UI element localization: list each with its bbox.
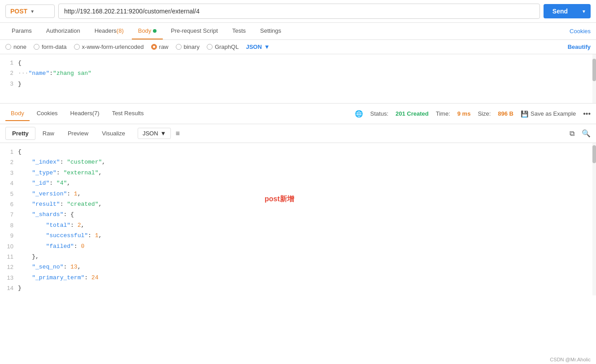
option-urlencoded[interactable]: x-www-form-urlencoded — [74, 43, 144, 50]
save-icon: 💾 — [521, 110, 528, 117]
format-dropdown[interactable]: JSON ▼ — [246, 43, 270, 50]
body-options: none form-data x-www-form-urlencoded raw… — [0, 40, 596, 54]
request-tabs: Params Authorization Headers(8) Body Pre… — [0, 23, 596, 40]
res-line-10: "failed": 0 — [18, 241, 587, 251]
method-label: POST — [10, 8, 27, 15]
option-none-label: none — [13, 43, 26, 50]
option-formdata-label: form-data — [42, 43, 67, 50]
status-label: Status: — [370, 110, 388, 117]
tab-tests[interactable]: Tests — [226, 23, 252, 39]
request-line-numbers: 1 2 3 — [0, 58, 18, 89]
res-line-9: "successful": 1, — [18, 230, 587, 241]
top-bar: POST ▼ Send ▼ — [0, 0, 596, 23]
response-line-numbers: 1 2 3 4 5 6 7 8 9 10 11 12 13 14 — [0, 147, 18, 293]
res-line-12: "_seq_no": 13, — [18, 262, 587, 272]
fmt-tab-visualize[interactable]: Visualize — [96, 127, 131, 139]
res-line-3: "_type": "external", — [18, 168, 587, 178]
req-line-2: ···"name":"zhang san" — [18, 68, 587, 78]
option-raw[interactable]: raw — [151, 43, 169, 50]
url-input[interactable] — [58, 4, 540, 19]
send-dropdown-icon[interactable]: ▼ — [577, 9, 591, 14]
req-line-3: } — [18, 79, 587, 89]
req-scrollbar-track — [592, 54, 596, 103]
tab-pre-request[interactable]: Pre-request Script — [165, 23, 224, 39]
option-form-data[interactable]: form-data — [34, 43, 67, 50]
request-code-content: { ···"name":"zhang san" } — [18, 58, 596, 89]
body-active-dot — [153, 29, 157, 33]
option-raw-label: raw — [159, 43, 169, 50]
res-line-6: "result": "created", — [18, 199, 587, 209]
radio-binary-icon — [176, 44, 182, 50]
filter-icon[interactable]: ≡ — [175, 130, 179, 138]
send-label: Send — [544, 8, 577, 15]
response-code-lines: 1 2 3 4 5 6 7 8 9 10 11 12 13 14 { "_ind… — [0, 143, 596, 295]
option-graphql-label: GraphQL — [215, 43, 239, 50]
tab-authorization[interactable]: Authorization — [40, 23, 87, 39]
save-example-label: Save as Example — [531, 110, 576, 117]
beautify-button[interactable]: Beautify — [568, 43, 591, 50]
fmt-tab-preview[interactable]: Preview — [61, 127, 95, 139]
response-actions: ⧉ 🔍 — [570, 129, 591, 138]
response-format-dropdown[interactable]: JSON ▼ — [138, 128, 171, 139]
tab-body-label: Body — [138, 27, 152, 34]
res-tab-test-results[interactable]: Test Results — [107, 106, 149, 121]
res-tab-headers[interactable]: Headers(7) — [65, 106, 105, 121]
res-scrollbar-thumb[interactable] — [592, 145, 596, 163]
time-label: Time: — [436, 110, 450, 117]
request-code-lines: 1 2 3 { ···"name":"zhang san" } — [0, 54, 596, 93]
tab-body[interactable]: Body — [132, 23, 163, 39]
option-graphql[interactable]: GraphQL — [207, 43, 239, 50]
res-line-8: "total": 2, — [18, 220, 587, 230]
tab-params[interactable]: Params — [5, 23, 38, 39]
time-value: 9 ms — [457, 110, 471, 117]
option-binary[interactable]: binary — [176, 43, 200, 50]
radio-raw-icon — [151, 44, 157, 50]
radio-graphql-icon — [207, 44, 213, 50]
format-chevron-icon: ▼ — [264, 43, 270, 50]
option-none[interactable]: none — [5, 43, 26, 50]
req-scrollbar-thumb[interactable] — [592, 59, 596, 81]
res-line-1: { — [18, 147, 587, 157]
response-format-bar: Pretty Raw Preview Visualize JSON ▼ ≡ ⧉ … — [0, 124, 596, 143]
size-label: Size: — [478, 110, 491, 117]
headers-badge: (8) — [117, 27, 124, 34]
search-button[interactable]: 🔍 — [582, 129, 591, 138]
size-value: 896 B — [498, 110, 513, 117]
req-line-1: { — [18, 58, 587, 68]
res-line-7: "_shards": { — [18, 209, 587, 220]
radio-urlencoded-icon — [74, 44, 80, 50]
res-line-13: "_primary_term": 24 — [18, 273, 587, 283]
fmt-tab-pretty[interactable]: Pretty — [5, 127, 35, 140]
status-value: 201 Created — [396, 110, 429, 117]
res-line-2: "_index": "customer", — [18, 157, 587, 167]
send-button[interactable]: Send ▼ — [544, 4, 591, 18]
method-chevron-icon: ▼ — [30, 9, 35, 14]
res-tab-body[interactable]: Body — [5, 106, 30, 121]
cookies-link[interactable]: Cookies — [570, 28, 591, 35]
copy-button[interactable]: ⧉ — [570, 130, 574, 138]
globe-icon: 🌐 — [355, 110, 363, 118]
request-body-editor[interactable]: 1 2 3 { ···"name":"zhang san" } — [0, 54, 596, 104]
res-line-4: "_id": "4", — [18, 178, 587, 188]
tab-headers-label: Headers — [95, 27, 117, 34]
response-header: Body Cookies Headers(7) Test Results 🌐 S… — [0, 104, 596, 124]
option-binary-label: binary — [184, 43, 200, 50]
radio-none-icon — [5, 44, 11, 50]
response-format-chevron-icon: ▼ — [161, 130, 166, 137]
tab-settings[interactable]: Settings — [254, 23, 287, 39]
method-selector[interactable]: POST ▼ — [5, 4, 55, 18]
fmt-tab-raw[interactable]: Raw — [36, 127, 61, 139]
res-tab-cookies[interactable]: Cookies — [31, 106, 63, 121]
save-as-example-button[interactable]: 💾 Save as Example — [521, 110, 576, 117]
res-scrollbar-track — [592, 143, 596, 295]
res-headers-label: Headers — [70, 110, 92, 117]
format-label: JSON — [246, 43, 261, 50]
response-meta: 🌐 Status: 201 Created Time: 9 ms Size: 8… — [355, 110, 591, 118]
response-format-label: JSON — [143, 130, 158, 137]
option-urlencoded-label: x-www-form-urlencoded — [82, 43, 144, 50]
more-options-button[interactable]: ••• — [583, 110, 591, 118]
res-headers-badge: (7) — [92, 110, 100, 117]
response-body: 1 2 3 4 5 6 7 8 9 10 11 12 13 14 { "_ind… — [0, 143, 596, 295]
tab-headers[interactable]: Headers(8) — [88, 23, 130, 39]
radio-formdata-icon — [34, 44, 39, 50]
